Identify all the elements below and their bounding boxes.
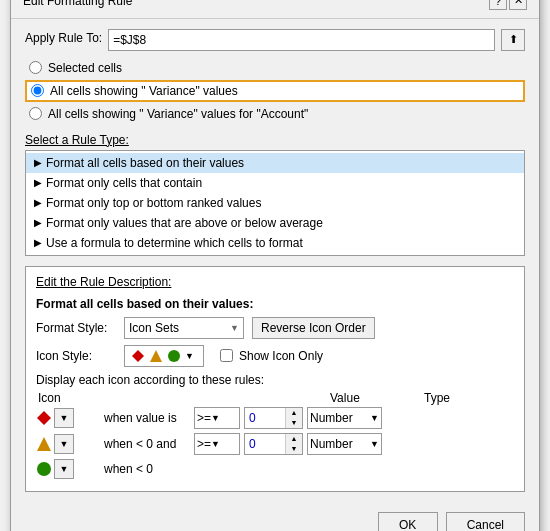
edit-formatting-rule-dialog: Edit Formatting Rule ? ✕ Apply Rule To: … xyxy=(10,0,540,531)
condition-text-1: when < 0 and xyxy=(100,437,190,451)
radio-input-selected-cells[interactable] xyxy=(29,61,42,74)
reverse-icon-order-button[interactable]: Reverse Icon Order xyxy=(252,317,375,339)
title-bar-buttons: ? ✕ xyxy=(489,0,527,10)
rule-type-item-4[interactable]: ▶ Use a formula to determine which cells… xyxy=(26,233,524,253)
arrow-icon-4: ▶ xyxy=(34,237,42,248)
close-button[interactable]: ✕ xyxy=(509,0,527,10)
spin-down-0[interactable]: ▼ xyxy=(286,418,302,428)
type-value-1: Number xyxy=(310,437,370,451)
icon-rules-header: Icon Value Type xyxy=(36,391,514,405)
icon-rule-row-2: ▼ when < 0 xyxy=(36,459,514,479)
icon-dropdown-2[interactable]: ▼ xyxy=(54,459,74,479)
type-value-0: Number xyxy=(310,411,370,425)
rule-type-item-2[interactable]: ▶ Format only top or bottom ranked value… xyxy=(26,193,524,213)
dialog-body: Apply Rule To: ⬆ Selected cells All cell… xyxy=(11,19,539,502)
bottom-buttons: OK Cancel xyxy=(11,502,539,532)
icon-rule-row-1: ▼ when < 0 and >= ▼ ▲ ▼ Number ▼ xyxy=(36,433,514,455)
edit-desc-label: Edit the Rule Description: xyxy=(36,275,514,289)
type-select-1[interactable]: Number ▼ xyxy=(307,433,382,455)
condition-text-0: when value is xyxy=(100,411,190,425)
show-icon-only-checkbox[interactable] xyxy=(220,349,233,362)
rule-type-list: ▶ Format all cells based on their values… xyxy=(25,150,525,256)
arrow-icon-1: ▶ xyxy=(34,177,42,188)
value-input-box-0: ▲ ▼ xyxy=(244,407,303,429)
type-select-0[interactable]: Number ▼ xyxy=(307,407,382,429)
svg-marker-0 xyxy=(132,350,144,362)
operator-value-1: >= xyxy=(197,437,211,451)
arrow-icon-3: ▶ xyxy=(34,217,42,228)
svg-marker-1 xyxy=(150,350,162,362)
icon-cell-0: ▼ xyxy=(36,408,96,428)
radio-label-selected-cells: Selected cells xyxy=(48,61,122,75)
radio-label-all-cells-variance-account: All cells showing " Variance" values for… xyxy=(48,107,308,121)
icon-dropdown-0[interactable]: ▼ xyxy=(54,408,74,428)
rule-type-text-3: Format only values that are above or bel… xyxy=(46,216,323,230)
format-style-label: Format Style: xyxy=(36,321,116,335)
dialog-title: Edit Formatting Rule xyxy=(23,0,132,8)
triangle-icon-1 xyxy=(36,436,52,452)
value-input-1[interactable] xyxy=(245,437,285,451)
svg-marker-4 xyxy=(37,437,51,451)
show-icon-only-label: Show Icon Only xyxy=(239,349,323,363)
header-icon: Icon xyxy=(38,391,104,405)
svg-marker-3 xyxy=(37,411,51,425)
show-icon-only-row: Show Icon Only xyxy=(220,349,323,363)
spin-up-0[interactable]: ▲ xyxy=(286,408,302,418)
format-style-arrow-icon: ▼ xyxy=(230,323,239,333)
cancel-button[interactable]: Cancel xyxy=(446,512,525,532)
rule-type-label: Select a Rule Type: xyxy=(25,133,525,147)
circle-icon-preview xyxy=(167,349,181,363)
icon-style-preview[interactable]: ▼ xyxy=(124,345,204,367)
condition-text-2: when < 0 xyxy=(100,462,190,476)
radio-input-all-cells-variance-account[interactable] xyxy=(29,107,42,120)
apply-rule-input[interactable] xyxy=(108,29,495,51)
radio-all-cells-variance-account[interactable]: All cells showing " Variance" values for… xyxy=(25,105,525,123)
triangle-icon-preview xyxy=(149,349,163,363)
spin-up-1[interactable]: ▲ xyxy=(286,434,302,444)
rule-type-section: Select a Rule Type: ▶ Format all cells b… xyxy=(25,133,525,256)
rule-type-item-3[interactable]: ▶ Format only values that are above or b… xyxy=(26,213,524,233)
value-input-0[interactable] xyxy=(245,411,285,425)
spin-down-1[interactable]: ▼ xyxy=(286,444,302,454)
help-button[interactable]: ? xyxy=(489,0,507,10)
icon-style-row: Icon Style: ▼ Show Icon Only xyxy=(36,345,514,367)
diamond-icon-preview xyxy=(131,349,145,363)
format-style-select[interactable]: Icon Sets ▼ xyxy=(124,317,244,339)
radio-all-cells-variance[interactable]: All cells showing " Variance" values xyxy=(25,80,525,102)
icon-dropdown-1[interactable]: ▼ xyxy=(54,434,74,454)
diamond-icon-0 xyxy=(36,410,52,426)
radio-group: Selected cells All cells showing " Varia… xyxy=(25,59,525,123)
apply-rule-row: Apply Rule To: ⬆ xyxy=(25,29,525,51)
spin-btn-0: ▲ ▼ xyxy=(285,408,302,428)
operator-select-0[interactable]: >= ▼ xyxy=(194,407,240,429)
radio-input-all-cells-variance[interactable] xyxy=(31,84,44,97)
operator-value-0: >= xyxy=(197,411,211,425)
icon-cell-1: ▼ xyxy=(36,434,96,454)
rule-type-item-1[interactable]: ▶ Format only cells that contain xyxy=(26,173,524,193)
operator-arrow-0: ▼ xyxy=(211,413,220,423)
icon-rule-row-0: ▼ when value is >= ▼ ▲ ▼ Number ▼ xyxy=(36,407,514,429)
operator-select-1[interactable]: >= ▼ xyxy=(194,433,240,455)
arrow-icon-2: ▶ xyxy=(34,197,42,208)
ok-button[interactable]: OK xyxy=(378,512,438,532)
title-bar: Edit Formatting Rule ? ✕ xyxy=(11,0,539,19)
svg-point-5 xyxy=(37,462,51,476)
operator-arrow-1: ▼ xyxy=(211,439,220,449)
apply-rule-upload-button[interactable]: ⬆ xyxy=(501,29,525,51)
circle-icon-2 xyxy=(36,461,52,477)
rule-type-text-4: Use a formula to determine which cells t… xyxy=(46,236,303,250)
rule-type-text-0: Format all cells based on their values xyxy=(46,156,244,170)
icon-style-label: Icon Style: xyxy=(36,349,116,363)
header-type: Type xyxy=(424,391,514,405)
format-style-value: Icon Sets xyxy=(129,321,230,335)
rule-type-item-0[interactable]: ▶ Format all cells based on their values xyxy=(26,153,524,173)
rule-type-text-2: Format only top or bottom ranked values xyxy=(46,196,261,210)
radio-label-all-cells-variance: All cells showing " Variance" values xyxy=(50,84,238,98)
rule-type-text-1: Format only cells that contain xyxy=(46,176,202,190)
format-style-row: Format Style: Icon Sets ▼ Reverse Icon O… xyxy=(36,317,514,339)
edit-desc-section: Edit the Rule Description: Format all ce… xyxy=(25,266,525,492)
apply-rule-label: Apply Rule To: xyxy=(25,31,102,45)
arrow-icon-0: ▶ xyxy=(34,157,42,168)
radio-selected-cells[interactable]: Selected cells xyxy=(25,59,525,77)
value-input-box-1: ▲ ▼ xyxy=(244,433,303,455)
